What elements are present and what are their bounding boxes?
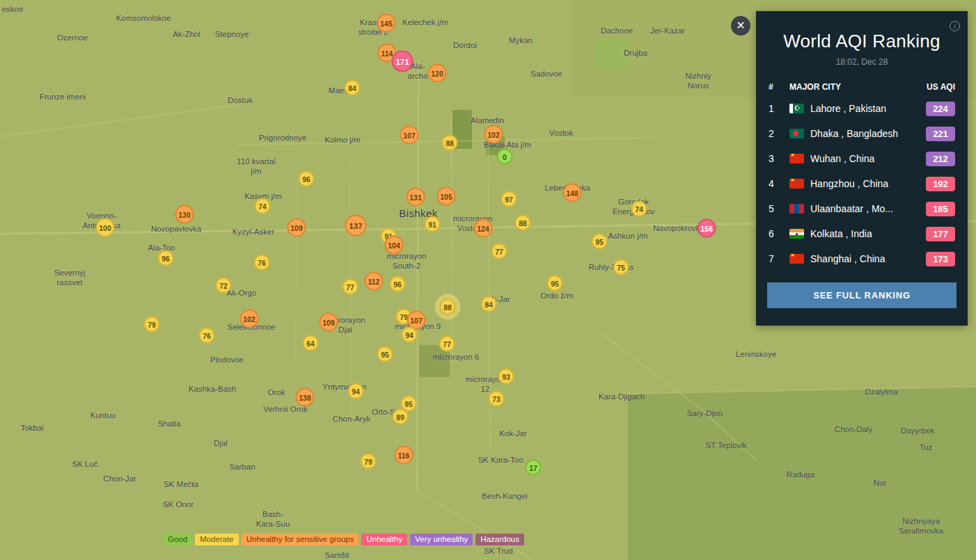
- aqi-marker-73[interactable]: 73: [489, 391, 505, 407]
- aqi-marker-77[interactable]: 77: [343, 279, 359, 295]
- aqi-marker-84[interactable]: 84: [345, 80, 361, 96]
- rank-number: 6: [769, 228, 789, 239]
- close-ranking-button[interactable]: ✕: [731, 16, 750, 35]
- aqi-marker-94[interactable]: 94: [402, 327, 418, 343]
- aqi-marker-104[interactable]: 104: [385, 236, 404, 255]
- col-rank: #: [769, 82, 789, 92]
- ranking-header: # MAJOR CITY US AQI: [756, 82, 968, 92]
- aqi-marker-95[interactable]: 95: [547, 275, 563, 291]
- aqi-marker-79[interactable]: 79: [144, 317, 160, 333]
- aqi-marker-17[interactable]: 17: [526, 460, 542, 476]
- aqi-marker-97[interactable]: 97: [501, 191, 517, 207]
- ranking-row[interactable]: 5Ulaanbaatar , Mo...185: [756, 196, 968, 221]
- ranking-row[interactable]: 3Wuhan , China212: [756, 146, 968, 171]
- aqi-marker-88[interactable]: 88: [442, 135, 458, 151]
- aqi-marker-138[interactable]: 138: [296, 388, 315, 407]
- see-full-ranking-button[interactable]: SEE FULL RANKING: [767, 282, 957, 308]
- aqi-marker-156[interactable]: 156: [698, 219, 716, 238]
- flag-india-icon: [789, 229, 804, 239]
- aqi-marker-88[interactable]: 88: [440, 299, 456, 315]
- aqi-marker-145[interactable]: 145: [377, 14, 396, 33]
- aqi-badge: 221: [926, 127, 955, 141]
- legend-hazardous: Hazardous: [475, 534, 524, 545]
- col-city: MAJOR CITY: [789, 82, 927, 92]
- aqi-marker-96[interactable]: 96: [158, 250, 174, 266]
- aqi-badge: 224: [926, 102, 955, 116]
- aqi-badge: 173: [926, 252, 955, 266]
- rank-number: 3: [769, 153, 789, 164]
- flag-pakistan-icon: [789, 104, 804, 113]
- aqi-marker-76[interactable]: 76: [199, 328, 215, 344]
- rank-number: 2: [769, 128, 789, 139]
- aqi-marker-95[interactable]: 95: [377, 346, 393, 362]
- aqi-marker-120[interactable]: 120: [428, 64, 447, 83]
- aqi-marker-130[interactable]: 130: [175, 205, 194, 224]
- aqi-marker-96[interactable]: 96: [299, 171, 315, 187]
- rank-number: 5: [769, 203, 789, 214]
- flag-china-icon: [789, 254, 804, 264]
- aqi-marker-171[interactable]: 171: [392, 51, 414, 72]
- aqi-marker-124[interactable]: 124: [474, 219, 493, 238]
- aqi-marker-137[interactable]: 137: [345, 215, 367, 237]
- aqi-marker-88[interactable]: 88: [515, 215, 531, 231]
- legend-very-unhealthy: Very unhealthy: [410, 534, 473, 545]
- aqi-marker-96[interactable]: 96: [390, 276, 406, 292]
- aqi-marker-116[interactable]: 116: [395, 446, 414, 465]
- flag-mongolia-icon: [789, 204, 804, 214]
- aqi-badge: 177: [926, 227, 955, 241]
- aqi-marker-109[interactable]: 109: [288, 218, 306, 237]
- aqi-marker-93[interactable]: 93: [498, 369, 514, 385]
- aqi-marker-105[interactable]: 105: [437, 187, 456, 206]
- ranking-row[interactable]: 1Lahore , Pakistan224: [756, 96, 968, 121]
- aqi-legend: GoodModerateUnhealthy for sensitive grou…: [163, 534, 524, 545]
- aqi-marker-84[interactable]: 84: [481, 296, 497, 312]
- aqi-marker-94[interactable]: 94: [348, 383, 364, 399]
- aqi-marker-74[interactable]: 74: [255, 198, 271, 214]
- aqi-marker-64[interactable]: 64: [303, 335, 319, 351]
- aqi-marker-77[interactable]: 77: [491, 243, 507, 259]
- aqi-badge: 212: [926, 152, 955, 166]
- aqi-marker-89[interactable]: 89: [393, 409, 409, 425]
- city-name: Kolkata , India: [810, 228, 926, 239]
- world-aqi-ranking-panel: i World AQI Ranking 18:02, Dec 28 # MAJO…: [756, 11, 968, 326]
- legend-unhealthy: Unhealthy: [361, 534, 407, 545]
- ranking-row[interactable]: 6Kolkata , India177: [756, 221, 968, 246]
- aqi-marker-107[interactable]: 107: [400, 126, 419, 145]
- city-name: Wuhan , China: [810, 153, 926, 164]
- aqi-marker-131[interactable]: 131: [407, 188, 425, 207]
- aqi-marker-75[interactable]: 75: [613, 259, 629, 275]
- rank-number: 4: [769, 178, 789, 189]
- aqi-marker-0[interactable]: 0: [497, 149, 513, 165]
- aqi-marker-77[interactable]: 77: [439, 336, 455, 352]
- aqi-marker-74[interactable]: 74: [631, 201, 647, 217]
- aqi-marker-112[interactable]: 112: [365, 272, 384, 291]
- ranking-row[interactable]: 4Hangzhou , China192: [756, 171, 968, 196]
- aqi-marker-102[interactable]: 102: [240, 310, 259, 328]
- aqi-marker-76[interactable]: 76: [254, 255, 270, 271]
- rank-number: 1: [769, 103, 789, 114]
- aqi-marker-102[interactable]: 102: [485, 125, 503, 144]
- ranking-row[interactable]: 7Shanghai , China173: [756, 246, 968, 271]
- map-canvas[interactable]: eskoeKomsomolskoeOzernoeAk-ZholStepnoyeF…: [0, 0, 976, 560]
- flag-china-icon: [789, 179, 804, 189]
- flag-china-icon: [789, 154, 804, 163]
- aqi-marker-79[interactable]: 79: [361, 454, 377, 470]
- ranking-row[interactable]: 2Dhaka , Bangladesh221: [756, 121, 968, 146]
- aqi-badge: 185: [926, 202, 955, 216]
- info-icon[interactable]: i: [950, 21, 960, 31]
- aqi-marker-91[interactable]: 91: [425, 216, 441, 232]
- city-name: Ulaanbaatar , Mo...: [810, 203, 926, 214]
- aqi-marker-72[interactable]: 72: [216, 278, 232, 294]
- aqi-marker-95[interactable]: 95: [592, 234, 608, 250]
- panel-title: World AQI Ranking: [756, 31, 968, 52]
- city-name: Lahore , Pakistan: [810, 103, 926, 114]
- legend-usg: Unhealthy for sensitive groups: [242, 534, 359, 545]
- col-aqi: US AQI: [927, 82, 955, 92]
- aqi-marker-109[interactable]: 109: [320, 313, 338, 332]
- city-name: Hangzhou , China: [810, 178, 926, 189]
- aqi-marker-148[interactable]: 148: [563, 184, 582, 202]
- city-name: Shanghai , China: [810, 253, 926, 264]
- aqi-marker-100[interactable]: 100: [96, 218, 115, 237]
- rank-number: 7: [769, 253, 789, 264]
- legend-moderate: Moderate: [195, 534, 239, 545]
